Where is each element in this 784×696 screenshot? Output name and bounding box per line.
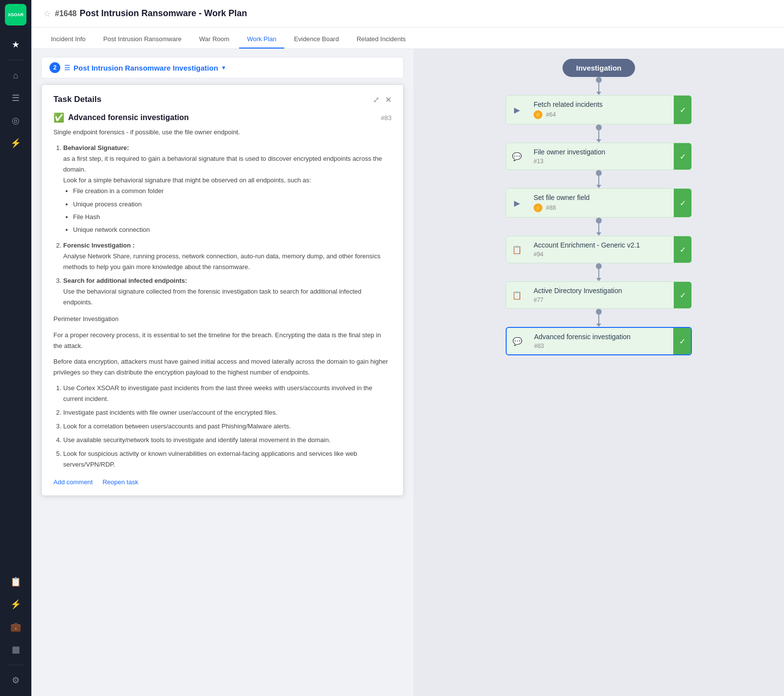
section-title: Post Intrusion Ransomware Investigation <box>74 64 218 72</box>
sidebar-filter-icon[interactable]: ⚡ <box>6 133 25 153</box>
add-comment-link[interactable]: Add comment <box>53 478 93 486</box>
workflow-container: Investigation ▶ Fetch related incidents <box>506 59 692 355</box>
tab-incident-info[interactable]: Incident Info <box>43 30 94 49</box>
bullet-1: File creation in a common folder <box>73 186 392 197</box>
node-account-title: Account Enrichment - Generic v2.1 <box>534 241 668 249</box>
reopen-task-link[interactable]: Reopen task <box>102 478 138 486</box>
modal-header: Task Details ⤢ ✕ <box>53 95 392 104</box>
expand-icon[interactable]: ⤢ <box>373 95 379 104</box>
perimeter-body2: Before data encryption, attackers must h… <box>53 356 392 378</box>
arrow-right-icon-2: ▶ <box>514 199 520 208</box>
node-account-content: Account Enrichment - Generic v2.1 #94 <box>528 236 674 263</box>
favorite-star-icon[interactable]: ☆ <box>43 8 51 19</box>
node-forensic-check: ✓ <box>673 328 691 354</box>
task-intro: Single endpoint forensics - if possible,… <box>53 127 392 138</box>
tab-work-plan[interactable]: Work Plan <box>239 30 284 49</box>
close-icon[interactable]: ✕ <box>385 95 392 104</box>
arrow-6 <box>596 323 601 327</box>
sidebar-lightning2-icon[interactable]: ⚡ <box>6 595 25 614</box>
node-file-owner-left-icon: 💬 <box>506 143 528 170</box>
right-panel: Investigation ▶ Fetch related incidents <box>414 49 784 696</box>
connector-line-6 <box>598 315 599 323</box>
task-step-3: Search for additional infected endpoints… <box>63 275 392 308</box>
step2-title: Forensic Investigation : <box>63 242 135 249</box>
task-details-modal: Task Details ⤢ ✕ ✅ Advanced forensic inv… <box>41 84 404 496</box>
perimeter-step-5: Look for suspicious activity or known vu… <box>63 448 392 470</box>
node-advanced-forensic[interactable]: 💬 Advanced forensic investigation #83 ✓ <box>506 327 692 355</box>
node-fetch-related[interactable]: ▶ Fetch related incidents ⚡ #64 ✓ <box>506 95 692 124</box>
node-ad-id: #77 <box>534 297 668 303</box>
chat-icon-1: 💬 <box>512 152 522 161</box>
node-set-file-left-icon: ▶ <box>506 189 528 217</box>
arrow-4 <box>596 232 601 236</box>
node-set-file-content: Set file owner field ⚡ #88 <box>528 189 674 217</box>
node-ad-title: Active Directory Investigation <box>534 287 668 295</box>
bullet-list: File creation in a common folder Unique … <box>73 186 392 235</box>
modal-title: Task Details <box>53 95 101 104</box>
task-steps-list: Behavioral Signature: as a first step, i… <box>63 143 392 308</box>
doc-icon-1: 📋 <box>512 245 522 254</box>
bullet-3: File Hash <box>73 212 392 223</box>
node-account-left-icon: 📋 <box>506 236 528 263</box>
node-set-file-title: Set file owner field <box>534 194 668 201</box>
arrow-2 <box>596 139 601 143</box>
arrow-3 <box>596 185 601 188</box>
node-fetch-title: Fetch related incidents <box>534 100 668 108</box>
bullet-2: Unique process creation <box>73 199 392 210</box>
tab-evidence-board[interactable]: Evidence Board <box>286 30 347 49</box>
node-set-file-owner[interactable]: ▶ Set file owner field ⚡ #88 ✓ <box>506 188 692 218</box>
tab-bar: Incident Info Post Intrusion Ransomware … <box>31 27 784 49</box>
app-name: XSOAR <box>8 12 24 18</box>
task-title-row: ✅ Advanced forensic investigation #83 <box>53 112 392 123</box>
sidebar-list-icon[interactable]: ☰ <box>6 88 25 108</box>
node-account-enrichment[interactable]: 📋 Account Enrichment - Generic v2.1 #94 … <box>506 236 692 263</box>
section-arrow-icon: ▼ <box>221 65 226 71</box>
node-file-owner[interactable]: 💬 File owner investigation #13 ✓ <box>506 143 692 170</box>
sidebar-document-icon[interactable]: 📋 <box>6 572 25 592</box>
app-logo[interactable]: XSOAR <box>5 4 26 25</box>
node-forensic-left-icon: 💬 <box>507 328 528 354</box>
node-forensic-id: #83 <box>534 343 667 349</box>
perimeter-title: Perimeter Investigation <box>53 314 392 324</box>
task-step-1: Behavioral Signature: as a first step, i… <box>63 143 392 235</box>
workflow-top-node[interactable]: Investigation <box>563 59 636 77</box>
main-content: ☆ #1648 Post Intrusion Ransomware - Work… <box>31 0 784 696</box>
connector-circle-4 <box>596 218 602 224</box>
sidebar-grid-icon[interactable]: ▦ <box>6 640 25 659</box>
node-fetch-left-icon: ▶ <box>506 96 528 124</box>
node-account-id: #94 <box>534 251 668 258</box>
tab-related-incidents[interactable]: Related Incidents <box>349 30 414 49</box>
sidebar: XSOAR ★ ⌂ ☰ ◎ ⚡ 📋 ⚡ 💼 ▦ ⚙ <box>0 0 31 696</box>
page-title: Post Intrusion Ransomware - Work Plan <box>80 8 247 19</box>
connector-line-3 <box>598 176 599 185</box>
node-set-file-check: ✓ <box>674 189 691 217</box>
section-list-icon: ☰ <box>64 64 71 72</box>
task-check-icon: ✅ <box>53 112 64 123</box>
connector-circle-6 <box>596 309 602 315</box>
modal-controls: ⤢ ✕ <box>373 95 392 104</box>
node-fetch-task-id: #64 <box>546 111 556 118</box>
incident-id: #1648 <box>55 9 77 18</box>
modal-footer: Add comment Reopen task <box>53 478 392 486</box>
chat-icon-2: 💬 <box>513 337 522 346</box>
sidebar-star-icon[interactable]: ★ <box>6 35 25 54</box>
sidebar-home-icon[interactable]: ⌂ <box>6 66 25 85</box>
node-active-directory[interactable]: 📋 Active Directory Investigation #77 ✓ <box>506 281 692 309</box>
perimeter-body1: For a proper recovery process, it is ess… <box>53 330 392 351</box>
lightning-badge-1: ⚡ <box>534 110 542 119</box>
sidebar-briefcase-icon[interactable]: 💼 <box>6 617 25 637</box>
connector-line-5 <box>598 269 599 278</box>
tab-post-intrusion[interactable]: Post Intrusion Ransomware <box>96 30 190 49</box>
task-body: Single endpoint forensics - if possible,… <box>53 127 392 471</box>
node-forensic-content: Advanced forensic investigation #83 <box>528 328 673 354</box>
tab-war-room[interactable]: War Room <box>192 30 238 49</box>
bullet-4: Unique network connection <box>73 224 392 235</box>
connector-circle-5 <box>596 263 602 269</box>
section-header[interactable]: 2 ☰ Post Intrusion Ransomware Investigat… <box>41 57 404 78</box>
node-set-file-task-id: #88 <box>546 204 556 211</box>
sidebar-circle-icon[interactable]: ◎ <box>6 111 25 130</box>
node-fetch-check: ✓ <box>674 96 691 124</box>
arrow-right-icon: ▶ <box>514 105 520 115</box>
step3-body: Use the behavioral signature collected f… <box>63 288 361 306</box>
sidebar-settings-icon[interactable]: ⚙ <box>6 671 25 690</box>
